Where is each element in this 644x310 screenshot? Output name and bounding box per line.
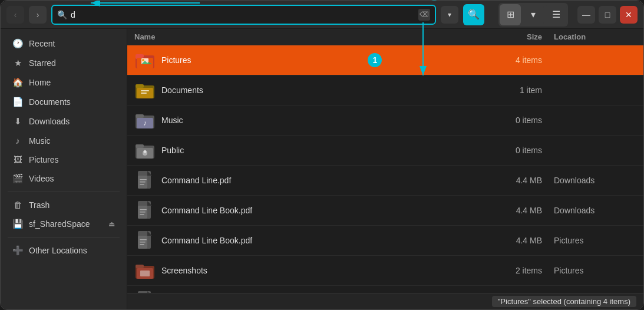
status-bar: "Pictures" selected (containing 4 items) (127, 293, 643, 309)
search-bar: 🔍 ⌫ 2 (51, 5, 436, 25)
table-row[interactable]: Screenshots 2 items Pictures (127, 256, 643, 286)
close-button[interactable]: ✕ (620, 6, 638, 24)
drive-icon: 💾 (12, 219, 23, 229)
back-button[interactable]: ‹ (6, 6, 24, 24)
table-row[interactable]: Command Line Book.pdf 4.4 MB Downloads (127, 196, 643, 226)
sidebar-item-label: Trash (29, 200, 115, 210)
folder-icon (134, 50, 156, 71)
forward-button[interactable]: › (29, 6, 47, 24)
file-location: Pictures (554, 236, 636, 245)
close-icon: ✕ (625, 10, 632, 19)
search-input[interactable] (71, 10, 415, 19)
folder-icon (134, 260, 156, 281)
pdf-file-icon (137, 201, 153, 220)
search-icon: 🔍 (57, 10, 67, 19)
content-area: Name Size Location Pict (127, 29, 643, 309)
view-dropdown-button[interactable]: ▾ (523, 4, 544, 25)
search-clear-button[interactable]: ⌫ (418, 9, 430, 21)
sidebar-item-trash[interactable]: 🗑 Trash (3, 196, 124, 214)
chevron-down-icon: ▾ (531, 9, 536, 20)
svg-rect-29 (140, 182, 146, 183)
pdf-icon (134, 290, 156, 293)
table-row[interactable]: Command Line.pdf 4.4 MB Downloads (127, 166, 643, 196)
sidebar-item-documents[interactable]: 📄 Documents (3, 93, 124, 111)
file-name: Command Line.pdf (161, 176, 495, 185)
maximize-icon: □ (605, 10, 610, 19)
file-location: Downloads (554, 206, 636, 215)
home-icon: 🏠 (12, 77, 23, 88)
sidebar-item-label: Other Locations (29, 246, 115, 255)
pdf-file-icon (137, 291, 153, 293)
table-row[interactable]: Documents 1 item (127, 75, 643, 105)
svg-rect-28 (140, 179, 147, 180)
svg-rect-15 (141, 93, 147, 94)
sidebar-item-label: Home (29, 78, 115, 87)
videos-icon: 🎬 (12, 173, 23, 184)
sidebar-item-label: Starred (29, 58, 115, 68)
pdf-icon (134, 200, 156, 221)
sidebar-item-sf-sharedspace[interactable]: 💾 sf_SharedSpace ⏏ (3, 215, 124, 233)
sidebar-item-music[interactable]: ♪ Music (3, 131, 124, 150)
file-list: Pictures 4 items 1 Documents (127, 45, 643, 293)
table-row[interactable]: Vi-Cheatsheet-itsfoss.pdf (127, 286, 643, 293)
annotation-badge-2: 2 (428, 0, 441, 1)
list-icon: ☰ (552, 9, 560, 20)
folder-icon (134, 80, 156, 101)
forward-icon: › (37, 10, 39, 19)
sidebar-divider-2 (8, 237, 120, 238)
sidebar-item-other-locations[interactable]: ➕ Other Locations (3, 241, 124, 260)
search-dropdown-button[interactable]: ▾ (441, 6, 458, 24)
search-toggle-wrapper: 🔍 (463, 4, 484, 25)
documents-icon: 📄 (12, 97, 23, 107)
file-location: Pictures (554, 266, 636, 275)
svg-rect-47 (138, 291, 151, 293)
file-size: 4 items (495, 55, 554, 65)
svg-rect-30 (140, 184, 144, 185)
svg-rect-17 (136, 114, 144, 118)
dropdown-icon: ▾ (448, 11, 451, 19)
table-row[interactable]: ♪ Music 0 items (127, 105, 643, 136)
table-row[interactable]: Public 0 items (127, 136, 643, 166)
maximize-button[interactable]: □ (599, 6, 616, 24)
file-name: Command Line Book.pdf (161, 236, 495, 245)
sidebar-item-videos[interactable]: 🎬 Videos (3, 169, 124, 188)
svg-rect-40 (140, 239, 147, 240)
sidebar-item-starred[interactable]: ★ Starred (3, 54, 124, 72)
pdf-file-icon (137, 171, 153, 190)
sidebar-item-recent[interactable]: 🕐 Recent (3, 34, 124, 53)
svg-rect-6 (136, 54, 144, 58)
grid-view-button[interactable]: ⊞ (500, 4, 521, 25)
minimize-button[interactable]: — (577, 6, 595, 24)
svg-rect-36 (140, 214, 144, 215)
sidebar-item-label: Documents (29, 97, 115, 107)
sidebar-item-home[interactable]: 🏠 Home (3, 73, 124, 92)
svg-rect-34 (140, 209, 147, 210)
file-size: 2 items (495, 266, 554, 275)
sidebar-item-pictures[interactable]: 🖼 Pictures (3, 150, 124, 169)
file-size: 0 items (495, 116, 554, 125)
eject-icon[interactable]: ⏏ (108, 220, 115, 228)
folder-pictures-icon (136, 52, 154, 68)
music-icon: ♪ (12, 136, 23, 146)
table-row[interactable]: Pictures 4 items 1 (127, 45, 643, 75)
table-row[interactable]: Command Line Book.pdf 4.4 MB Pictures (127, 226, 643, 256)
folder-icon (134, 140, 156, 161)
file-name: Documents (161, 85, 495, 95)
grid-icon: ⊞ (507, 9, 514, 20)
starred-icon: ★ (12, 58, 23, 68)
folder-public-icon (136, 142, 154, 159)
svg-rect-46 (140, 271, 150, 276)
pdf-icon (134, 230, 156, 251)
pictures-icon: 🖼 (12, 154, 23, 164)
list-view-button[interactable]: ☰ (546, 4, 567, 25)
window-controls: — □ ✕ (577, 6, 638, 24)
svg-rect-42 (140, 244, 144, 245)
folder-music-icon: ♪ (136, 112, 154, 128)
svg-text:♪: ♪ (143, 118, 147, 127)
svg-rect-21 (136, 144, 144, 148)
trash-icon: 🗑 (12, 200, 23, 210)
other-locations-icon: ➕ (12, 245, 23, 256)
recent-icon: 🕐 (12, 38, 23, 49)
sidebar-item-downloads[interactable]: ⬇ Downloads (3, 112, 124, 131)
search-toggle-button[interactable]: 🔍 (463, 4, 484, 25)
